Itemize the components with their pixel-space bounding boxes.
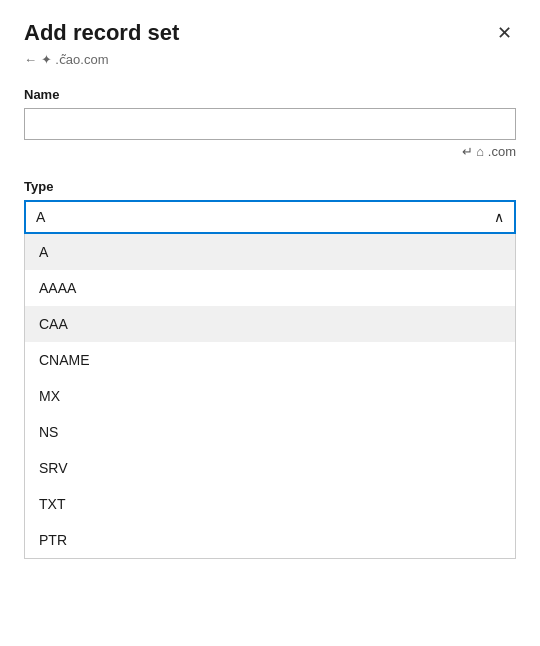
list-item[interactable]: SRV — [25, 450, 515, 486]
list-item[interactable]: A — [25, 234, 515, 270]
panel-title: Add record set — [24, 20, 179, 46]
list-item[interactable]: TXT — [25, 486, 515, 522]
type-dropdown-list: AAAAACAACNAMEMXNSSRVTXTPTR — [24, 234, 516, 559]
name-input[interactable] — [24, 108, 516, 140]
panel-subtitle: ← ✦ .c̃ao.com — [24, 52, 516, 67]
type-selected-value: A — [36, 209, 45, 225]
list-item[interactable]: PTR — [25, 522, 515, 558]
name-suffix: ↵ ⌂ .com — [24, 144, 516, 159]
panel-header: Add record set ✕ — [24, 20, 516, 46]
list-item[interactable]: CAA — [25, 306, 515, 342]
list-item[interactable]: CNAME — [25, 342, 515, 378]
list-item[interactable]: NS — [25, 414, 515, 450]
name-label: Name — [24, 87, 516, 102]
type-dropdown-selected[interactable]: A ∧ — [24, 200, 516, 234]
chevron-up-icon: ∧ — [494, 209, 504, 225]
close-button[interactable]: ✕ — [493, 20, 516, 46]
add-record-set-panel: Add record set ✕ ← ✦ .c̃ao.com Name ↵ ⌂ … — [0, 0, 540, 646]
list-item[interactable]: MX — [25, 378, 515, 414]
list-item[interactable]: AAAA — [25, 270, 515, 306]
type-label: Type — [24, 179, 516, 194]
